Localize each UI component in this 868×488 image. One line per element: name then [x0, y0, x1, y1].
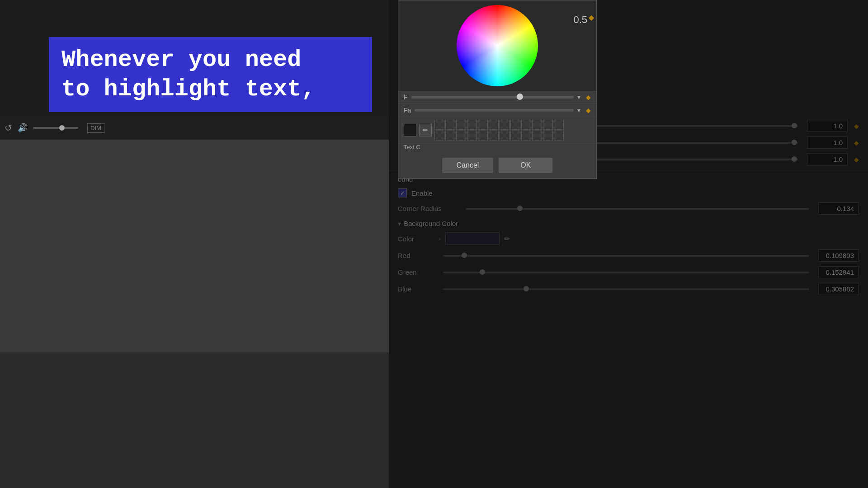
swatch-cell[interactable] [543, 131, 553, 141]
swatch-cell[interactable] [456, 131, 466, 141]
ok-button[interactable]: OK [499, 158, 552, 173]
swatch-grid [434, 120, 564, 141]
color-picker-dialog: 0.5 ◆ F ▾ ◆ Fa ▾ ◆ [389, 0, 868, 488]
picker-f-label: F [404, 94, 408, 101]
picker-slider-row: F ▾ ◆ [398, 91, 596, 104]
volume-slider-thumb [59, 125, 65, 131]
color-picker-box: 0.5 ◆ F ▾ ◆ Fa ▾ ◆ [398, 0, 597, 179]
picker-diamond-icon: ◆ [586, 94, 591, 101]
swatch-cell[interactable] [500, 131, 509, 141]
brightness-value: 0.5 [573, 14, 587, 26]
brightness-diamond-icon: ◆ [589, 13, 594, 22]
volume-slider[interactable] [33, 127, 78, 129]
volume-icon: 🔊 [18, 123, 28, 133]
swatch-cell[interactable] [532, 120, 542, 130]
swatch-cell[interactable] [434, 131, 444, 141]
eyedropper-icon: ✏ [423, 127, 428, 134]
preview-area: Whenever you need to highlight text, ↺ 🔊… [0, 0, 389, 488]
swatch-cell[interactable] [478, 120, 488, 130]
color-wheel-area[interactable]: 0.5 ◆ [398, 0, 596, 91]
swatch-cell[interactable] [467, 131, 477, 141]
swatch-cell[interactable] [510, 120, 520, 130]
text-c-label: Text C [398, 144, 596, 152]
swatch-cell[interactable] [521, 131, 531, 141]
color-wheel[interactable] [457, 5, 538, 86]
swatch-cell[interactable] [445, 131, 455, 141]
replay-icon[interactable]: ↺ [5, 122, 12, 133]
swatch-cell[interactable] [489, 120, 499, 130]
picker-slider-thumb[interactable] [517, 94, 523, 100]
picker-slider[interactable] [411, 96, 574, 99]
swatch-cell[interactable] [445, 120, 455, 130]
picker-dropdown-arrow[interactable]: ▾ [577, 94, 580, 101]
swatch-cell[interactable] [478, 131, 488, 141]
swatch-cell[interactable] [434, 120, 444, 130]
preview-bottom [0, 140, 389, 352]
right-panel: 0.5 ◆ F ▾ ◆ Fa ▾ ◆ [389, 0, 868, 488]
swatch-cell[interactable] [532, 131, 542, 141]
swatch-cell[interactable] [500, 120, 509, 130]
active-swatch[interactable] [404, 124, 416, 136]
picker-fa-diamond-icon: ◆ [586, 107, 591, 114]
picker-fa-slider[interactable] [415, 109, 574, 112]
timeline-bar: ↺ 🔊 DIM [0, 117, 389, 139]
blue-line2: to highlight text, [61, 76, 316, 103]
swatch-row: ✏ [398, 117, 596, 144]
swatch-cell[interactable] [521, 120, 531, 130]
blue-line1: Whenever you need [61, 47, 302, 73]
swatch-cell[interactable] [543, 120, 553, 130]
eyedropper-button[interactable]: ✏ [419, 124, 432, 136]
picker-fa-label: Fa [404, 107, 411, 114]
swatch-cell[interactable] [489, 131, 499, 141]
blue-text-content: Whenever you need to highlight text, [61, 45, 359, 104]
text-box-blue: Whenever you need to highlight text, [49, 37, 372, 112]
swatch-cell[interactable] [554, 120, 564, 130]
dialog-buttons: Cancel OK [398, 152, 596, 178]
dim-badge: DIM [87, 123, 104, 133]
picker-fa-dropdown-arrow[interactable]: ▾ [577, 107, 580, 114]
swatch-cell[interactable] [510, 131, 520, 141]
swatch-cell[interactable] [467, 120, 477, 130]
swatch-cell[interactable] [456, 120, 466, 130]
picker-fa-row: Fa ▾ ◆ [398, 104, 596, 117]
swatch-cell[interactable] [554, 131, 564, 141]
cancel-button[interactable]: Cancel [442, 158, 494, 173]
